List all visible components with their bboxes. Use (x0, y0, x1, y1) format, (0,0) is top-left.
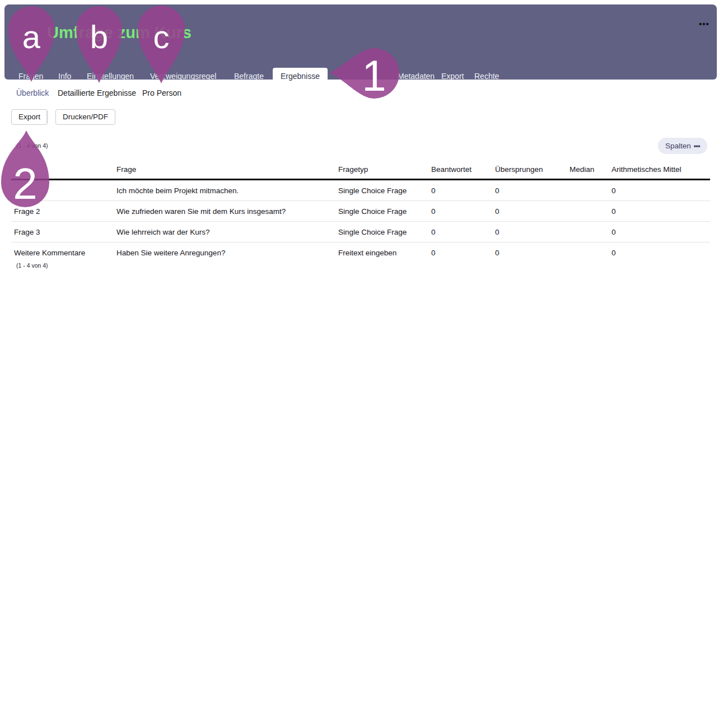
cell-mittel: 0 (609, 222, 710, 242)
cell-uebersprungen: 0 (492, 180, 567, 201)
cell-frage: Wie zufrieden waren Sie mit dem Kurs ins… (114, 201, 335, 222)
col-header-titel (11, 161, 114, 180)
cell-beantwortet: 0 (428, 242, 492, 263)
cell-frage: Ich möchte beim Projekt mitmachen. (114, 180, 335, 201)
cell-titel: Frage 3 (11, 222, 114, 242)
tab-ergebnisse[interactable]: Ergebnisse (273, 68, 328, 85)
table-row: Weitere Kommentare Haben Sie weitere Anr… (11, 242, 710, 263)
cell-fragetyp: Freitext eingeben (335, 242, 428, 263)
cell-fragetyp: Single Choice Frage (335, 222, 428, 242)
cell-median (567, 180, 609, 201)
cell-frage: Haben Sie weitere Anregungen? (114, 242, 335, 263)
col-header-median: Median (567, 161, 609, 180)
col-header-fragetyp: Fragetyp (335, 161, 428, 180)
col-header-beantwortet: Beantwortet (428, 161, 492, 180)
tab-befragte[interactable]: Befragte (234, 68, 264, 85)
cell-fragetyp: Single Choice Frage (335, 180, 428, 201)
table-row: Frage 3 Wie lehrreich war der Kurs? Sing… (11, 222, 710, 242)
tab-rechte[interactable]: Rechte (474, 68, 499, 85)
cell-mittel: 0 (609, 180, 710, 201)
pagination-bottom: (1 - 4 von 4) (16, 262, 48, 269)
cell-fragetyp: Single Choice Frage (335, 201, 428, 222)
columns-button[interactable]: Spalten••• (658, 138, 707, 154)
tab-einstellungen[interactable]: Einstellungen (87, 68, 134, 85)
page-title: Umfrage zum Kurs (47, 24, 192, 42)
ellipsis-icon: ••• (694, 142, 700, 150)
tab-metadaten[interactable]: Metadaten (398, 68, 435, 85)
cell-mittel: 0 (609, 201, 710, 222)
cell-beantwortet: 0 (428, 201, 492, 222)
cell-median (567, 201, 609, 222)
cell-median (567, 222, 609, 242)
cell-frage: Wie lehrreich war der Kurs? (114, 222, 335, 242)
print-pdf-button[interactable]: Drucken/PDF (55, 109, 115, 125)
actions-menu-icon[interactable]: ••• (699, 19, 710, 29)
cell-beantwortet: 0 (428, 180, 492, 201)
col-header-uebersprungen: Übersprungen (492, 161, 567, 180)
toolbar-divider (46, 111, 47, 123)
table-row: Ich möchte beim Projekt mitmachen. Singl… (11, 180, 710, 201)
col-header-frage: Frage (114, 161, 335, 180)
cell-mittel: 0 (609, 242, 710, 263)
tab-info[interactable]: Info (58, 68, 71, 85)
table-header-row: Frage Fragetyp Beantwortet Übersprungen … (11, 161, 710, 180)
export-button[interactable]: Export (11, 109, 48, 125)
subtab-ueberblick[interactable]: Überblick (16, 87, 49, 99)
col-header-arithmetisches-mittel: Arithmetisches Mittel (609, 161, 710, 180)
table-row: Frage 2 Wie zufrieden waren Sie mit dem … (11, 201, 710, 222)
tab-fragen[interactable]: Fragen (18, 68, 43, 85)
app-header: Umfrage zum Kurs ••• Fragen Info Einstel… (4, 4, 717, 80)
columns-button-label: Spalten (665, 142, 691, 150)
tab-verzweigungsregel[interactable]: Verzweigungsregel (150, 68, 216, 85)
tab-export[interactable]: Export (441, 68, 464, 85)
cell-beantwortet: 0 (428, 222, 492, 242)
cell-uebersprungen: 0 (492, 222, 567, 242)
cell-uebersprungen: 0 (492, 242, 567, 263)
results-table: Frage Fragetyp Beantwortet Übersprungen … (11, 161, 710, 263)
cell-titel: Weitere Kommentare (11, 242, 114, 263)
subtab-pro-person[interactable]: Pro Person (142, 87, 181, 99)
cell-uebersprungen: 0 (492, 201, 567, 222)
cell-titel (11, 180, 114, 201)
subtab-detaillierte-ergebnisse[interactable]: Detaillierte Ergebnisse (58, 87, 136, 99)
cell-median (567, 242, 609, 263)
cell-titel: Frage 2 (11, 201, 114, 222)
pagination-top: (1 - 4 von 4) (16, 142, 48, 149)
